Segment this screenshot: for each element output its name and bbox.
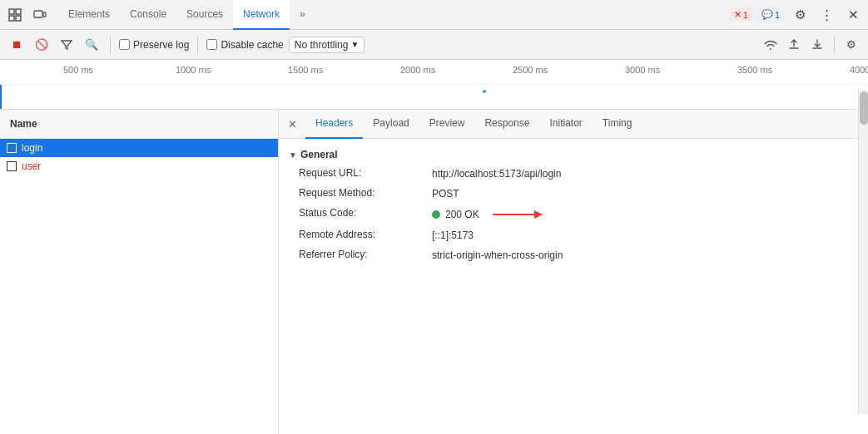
timeline-content [0,85,868,109]
collapse-triangle-icon: ▼ [289,150,297,160]
list-item[interactable]: user [0,157,278,175]
tab-headers[interactable]: Headers [305,110,363,139]
request-method-value: POST [432,187,858,200]
request-url-row: Request URL: http://localhost:5173/api/l… [279,164,868,184]
separator-2 [197,37,198,53]
network-toolbar: ⏹ 🚫 🔍 Preserve log Disable cache No thro… [0,30,868,60]
throttle-select[interactable]: No throttling ▼ [289,37,365,53]
tab-payload[interactable]: Payload [363,110,419,139]
download-icon[interactable] [807,35,827,55]
tick-7: 3500 ms [737,65,850,75]
disable-cache-input[interactable] [206,39,217,50]
settings-icon[interactable]: ⚙ [788,3,811,27]
tab-elements[interactable]: Elements [58,0,120,30]
tick-2: 1000 ms [176,65,288,75]
separator-1 [110,37,111,53]
tick-3: 1500 ms [288,65,400,75]
error-badge[interactable]: ✕ 1 [729,7,753,22]
tab-sources[interactable]: Sources [176,0,233,30]
timeline-dot [483,90,486,93]
tab-timing[interactable]: Timing [593,110,642,139]
record-stop-icon[interactable]: ⏹ [7,35,27,55]
detail-content: ▼ General Request URL: http://localhost:… [279,139,868,434]
clear-icon[interactable]: 🚫 [32,35,52,55]
toolbar-right: ⚙ [761,35,861,55]
network-settings-icon[interactable]: ⚙ [841,35,861,55]
tick-1: 500 ms [63,65,176,75]
status-dot-green [432,210,440,219]
right-panel: ✕ Headers Payload Preview Response Initi… [279,110,868,434]
status-code-label: Status Code: [299,207,432,222]
status-code-row: Status Code: 200 OK [279,204,868,225]
request-checkbox-user[interactable] [7,161,17,171]
tab-response[interactable]: Response [474,110,539,139]
svg-rect-3 [16,16,21,21]
request-checkbox-login[interactable] [7,143,17,153]
separator-3 [834,37,835,53]
referrer-policy-label: Referrer Policy: [299,249,432,262]
svg-rect-0 [9,9,14,14]
filter-icon[interactable] [57,35,77,55]
tick-6: 3000 ms [625,65,737,75]
request-method-label: Request Method: [299,187,432,200]
tab-console[interactable]: Console [120,0,176,30]
disable-cache-checkbox[interactable]: Disable cache [206,39,283,51]
tab-network[interactable]: Network [233,0,290,30]
tick-8: 4000 [850,65,868,75]
detail-tabs: ✕ Headers Payload Preview Response Initi… [279,110,868,139]
request-method-row: Request Method: POST [279,184,868,204]
preserve-log-input[interactable] [119,39,130,50]
main-area: Name login user ✕ Headers Payload [0,110,868,434]
svg-rect-5 [43,12,46,17]
svg-marker-7 [534,210,543,219]
request-list: login user [0,139,278,434]
preserve-log-checkbox[interactable]: Preserve log [119,39,189,51]
devtools-icons [3,3,52,27]
referrer-policy-value: strict-origin-when-cross-origin [432,249,858,262]
tab-initiator[interactable]: Initiator [539,110,592,139]
general-section-title[interactable]: ▼ General [279,145,868,164]
status-arrow-icon [493,207,543,222]
error-icon: ✕ [734,9,742,20]
timeline-ruler: 500 ms 1000 ms 1500 ms 2000 ms 2500 ms 3… [0,60,868,85]
name-header: Name [0,110,278,139]
info-badge[interactable]: 💬 1 [756,7,785,22]
device-icon[interactable] [28,3,52,27]
wifi-icon[interactable] [761,35,781,55]
list-item[interactable]: login [0,139,278,157]
svg-rect-4 [34,11,42,17]
inspect-icon[interactable] [3,3,27,27]
tab-bar: Elements Console Sources Network » ✕ 1 💬… [0,0,868,30]
scrollbar-track[interactable] [858,110,868,414]
tab-bar-right: ✕ 1 💬 1 ⚙ ⋮ ✕ [729,3,865,27]
svg-rect-1 [16,9,21,14]
info-icon: 💬 [761,9,773,20]
upload-icon[interactable] [784,35,804,55]
request-url-value[interactable]: http://localhost:5173/api/login [432,167,858,180]
more-options-icon[interactable]: ⋮ [815,3,838,27]
request-name-user: user [22,160,41,172]
tab-more[interactable]: » [290,0,315,30]
status-code-value: 200 OK [432,207,858,222]
scrollbar-thumb[interactable] [860,110,868,125]
tab-preview[interactable]: Preview [419,110,475,139]
timeline-cursor [0,85,2,109]
tick-4: 2000 ms [400,65,513,75]
remote-address-row: Remote Address: [::1]:5173 [279,225,868,245]
referrer-policy-row: Referrer Policy: strict-origin-when-cros… [279,245,868,265]
request-name-login: login [22,142,42,154]
detail-close-button[interactable]: ✕ [282,114,302,134]
request-url-label: Request URL: [299,167,432,180]
remote-address-label: Remote Address: [299,229,432,242]
tick-5: 2500 ms [513,65,625,75]
search-icon[interactable]: 🔍 [82,35,102,55]
close-icon[interactable]: ✕ [841,3,865,27]
remote-address-value: [::1]:5173 [432,229,858,242]
chevron-down-icon: ▼ [350,40,359,49]
left-panel: Name login user [0,110,279,434]
timeline: 500 ms 1000 ms 1500 ms 2000 ms 2500 ms 3… [0,60,868,110]
svg-rect-2 [9,16,14,21]
